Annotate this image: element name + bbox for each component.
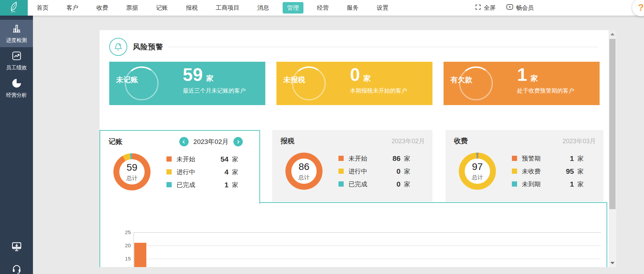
- scroll-up-button[interactable]: [609, 30, 616, 38]
- panel-header: 记账2023年02月: [100, 131, 259, 146]
- nav-item-12[interactable]: 设置: [377, 4, 388, 12]
- line-chart-icon: [11, 51, 22, 62]
- legend-label: 未开始: [349, 154, 380, 163]
- risk-card-3[interactable]: 有欠款1家处于收费预警期的客户: [444, 62, 600, 105]
- risk-warning-header: 风险预警: [109, 38, 598, 56]
- risk-card-label: 未报税: [276, 62, 312, 97]
- nav-item-1[interactable]: 首页: [37, 4, 49, 12]
- scroll-down-button[interactable]: [609, 259, 616, 267]
- legend-row: 已完成1家: [166, 181, 238, 189]
- bar-chart-icon: [11, 23, 22, 35]
- risk-card-1[interactable]: 未记账59家最近三个月未记账的客户: [109, 62, 265, 105]
- nav-item-10[interactable]: 经营: [317, 4, 329, 12]
- legend-unit: 家: [404, 154, 410, 163]
- sidebar-item-1[interactable]: 进度检测: [0, 20, 33, 47]
- legend-label: 未收费: [522, 167, 554, 175]
- gridline: [134, 232, 601, 233]
- gridline: [134, 246, 601, 246]
- panel-body: 97总计预警期1家未收费95家未到期1家: [446, 153, 603, 190]
- member-label: 畅会员: [516, 4, 534, 12]
- panel-legend: 预警期1家未收费95家未到期1家: [512, 154, 584, 188]
- headset-icon: [11, 264, 22, 274]
- nav-item-11[interactable]: 服务: [347, 4, 359, 12]
- nav-item-3[interactable]: 收费: [96, 4, 108, 12]
- panel-body: 59总计未开始54家进行中4家已完成1家: [100, 153, 259, 190]
- nav-item-2[interactable]: 客户: [67, 4, 78, 12]
- donut-center: 59总计: [119, 159, 145, 185]
- risk-card-unit: 家: [206, 74, 214, 82]
- donut-total-label: 总计: [127, 175, 138, 182]
- legend-color-swatch: [338, 156, 344, 161]
- legend-color-swatch: [166, 182, 172, 187]
- sidebar-bottom-download-icon[interactable]: [0, 241, 33, 254]
- donut-chart: 59总计: [113, 153, 151, 190]
- nav-item-4[interactable]: 票据: [126, 4, 138, 12]
- donut-chart: 97总计: [459, 153, 496, 190]
- risk-card-label: 未记账: [109, 62, 145, 97]
- donut-center: 86总计: [291, 159, 317, 184]
- risk-card-valueline: 1家: [517, 65, 574, 84]
- sidebar-bottom-headset-icon[interactable]: [0, 264, 33, 274]
- nav-item-7[interactable]: 工商项目: [216, 4, 239, 12]
- risk-card-desc: 最近三个月未记账的客户: [183, 87, 246, 95]
- member-button[interactable]: 畅会员: [506, 3, 534, 12]
- help-floating-button[interactable]: ?: [632, 0, 644, 16]
- legend-unit: 家: [577, 167, 584, 175]
- risk-card-2[interactable]: 未报税0家本期报税未开始的客户: [276, 62, 432, 105]
- sidebar-menu: 进度检测员工绩效经营分析: [0, 20, 33, 102]
- month-navigator: 2023年02月: [179, 137, 243, 146]
- sidebar-item-label: 进度检测: [6, 37, 27, 44]
- panel-收费[interactable]: 收费2023年03月97总计预警期1家未收费95家未到期1家: [446, 130, 603, 202]
- legend-label: 进行中: [177, 168, 208, 176]
- next-month-button[interactable]: [233, 137, 243, 146]
- donut-total-value: 86: [299, 161, 309, 172]
- donut-chart: 86总计: [285, 153, 323, 190]
- chart-bar: [134, 243, 146, 267]
- sidebar-item-3[interactable]: 经营分析: [0, 75, 33, 102]
- risk-card-label: 有欠款: [444, 62, 479, 97]
- legend-row: 未开始86家: [338, 154, 410, 163]
- legend-row: 未开始54家: [166, 155, 238, 163]
- gridline: [134, 259, 601, 259]
- legend-value: 1: [208, 181, 229, 189]
- app-logo[interactable]: [0, 0, 28, 16]
- risk-card-desc: 处于收费预警期的客户: [517, 87, 574, 95]
- legend-unit: 家: [577, 154, 584, 163]
- legend-row: 进行中4家: [166, 168, 238, 176]
- panel-报税[interactable]: 报税2023年02月86总计未开始86家进行中0家已完成0家: [272, 130, 432, 202]
- legend-value: 1: [554, 180, 574, 188]
- sidebar-item-label: 员工绩效: [6, 65, 27, 71]
- nav-item-8[interactable]: 消息: [257, 4, 269, 12]
- panel-title: 收费: [454, 136, 468, 146]
- legend-color-swatch: [166, 156, 172, 162]
- legend-label: 已完成: [177, 181, 208, 189]
- panel-title: 记账: [109, 137, 122, 146]
- prev-month-button[interactable]: [179, 137, 189, 146]
- bar-chart-panel: 252015: [100, 202, 607, 267]
- panel-记账[interactable]: 记账2023年02月59总计未开始54家进行中4家已完成1家: [100, 130, 260, 204]
- dashed-divider: [168, 47, 598, 47]
- legend-unit: 家: [232, 181, 238, 189]
- legend-color-swatch: [338, 169, 344, 174]
- legend-label: 预警期: [522, 154, 554, 163]
- legend-value: 95: [554, 167, 574, 175]
- nav-item-9[interactable]: 管理: [283, 2, 303, 14]
- vertical-scrollbar[interactable]: [609, 30, 616, 267]
- risk-card-info: 0家本期报税未开始的客户: [350, 65, 407, 95]
- donut-total-value: 97: [472, 161, 483, 172]
- y-axis-line: [134, 232, 134, 267]
- nav-item-6[interactable]: 报税: [186, 4, 198, 12]
- scrollbar-thumb[interactable]: [609, 39, 616, 209]
- risk-card-value: 1: [517, 65, 527, 84]
- fullscreen-button[interactable]: 全屏: [475, 4, 496, 12]
- donut-center: 97总计: [465, 159, 490, 184]
- legend-row: 进行中0家: [338, 167, 410, 175]
- donut-total-label: 总计: [472, 174, 483, 181]
- legend-value: 86: [380, 154, 401, 163]
- legend-value: 54: [208, 155, 229, 163]
- risk-warning-title: 风险预警: [133, 42, 163, 52]
- help-question-icon: ?: [638, 2, 644, 13]
- fullscreen-icon: [475, 4, 481, 12]
- nav-item-5[interactable]: 记账: [156, 4, 168, 12]
- sidebar-item-2[interactable]: 员工绩效: [0, 47, 33, 75]
